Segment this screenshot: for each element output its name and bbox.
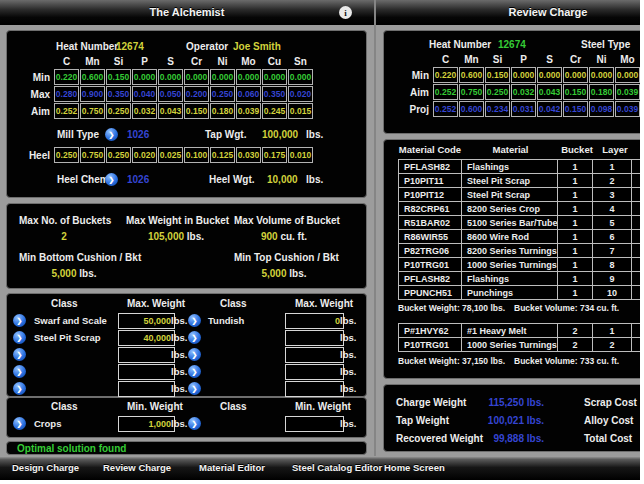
material-code-cell: P10TRG01 <box>398 337 462 352</box>
class-disclosure-button[interactable]: ❯ <box>188 417 201 430</box>
mill-type-value[interactable]: 1026 <box>127 129 149 140</box>
min-bottom-cushion-value[interactable]: 5,000 lbs. <box>19 268 129 279</box>
min-row-label: Min <box>7 72 50 83</box>
max-weight-input[interactable] <box>285 347 344 363</box>
min-top-cushion-value[interactable]: 5,000 lbs. <box>234 268 334 279</box>
heat-number-value[interactable]: 12674 <box>116 41 144 52</box>
layer-header: Layer <box>595 144 635 155</box>
layer-cell: 2 <box>592 337 632 352</box>
element-header: Mn <box>80 53 105 69</box>
units-label: lbs. <box>340 332 356 343</box>
heat-number-label: Heat Number <box>429 39 491 50</box>
material-row: P82TRG06 8200 Series Turnings 1 7 <box>398 243 640 258</box>
max-weight-input[interactable] <box>285 330 344 346</box>
element-header-row: CMnSiPSCrNiMoCuSn <box>7 53 314 69</box>
class-header: Class <box>51 401 78 412</box>
app-window: The Alchemist i Heat Number 12674 Operat… <box>0 0 644 484</box>
tab-design-charge[interactable]: Design Charge <box>12 456 79 480</box>
charge-weight-value: 115,250 lbs. <box>454 397 544 408</box>
min-bottom-cushion-label: Min Bottom Cushion / Bkt <box>19 252 129 263</box>
max-buckets-value[interactable]: 2 <box>19 231 109 242</box>
max-bucket-weight-label: Max Weight in Bucket <box>126 215 226 226</box>
tab-home-screen[interactable]: Home Screen <box>384 456 445 480</box>
aim-value-cell: 0.150 <box>184 103 209 119</box>
info-icon[interactable]: i <box>339 6 352 19</box>
material-code-cell: P#1HVY62 <box>398 323 462 338</box>
heel-weight-value[interactable]: 10,000 <box>267 174 298 185</box>
proj-value-cell: 0.234 <box>485 101 510 117</box>
min-class-right-rows: ❯ lbs. <box>7 416 366 433</box>
bucket-cell: 1 <box>557 187 593 202</box>
max-weight-header: Max. Weight <box>295 298 353 309</box>
material-row: P10PIT11 Steel Pit Scrap 1 2 <box>398 173 640 188</box>
class-name: Tundish <box>208 315 244 326</box>
clipped-cell <box>631 187 640 202</box>
alloy-cost-label: Alloy Cost <box>584 415 633 426</box>
material-row: P10TRG01 1000 Series Turnings 1 8 <box>398 257 640 272</box>
status-box: Optimal solution found <box>6 441 367 455</box>
min-value-cell: 0.150 <box>485 67 510 83</box>
tab-steel-catalog-editor[interactable]: Steel Catalog Editor <box>292 456 382 480</box>
max-row-label: Max <box>7 89 50 100</box>
class-constraint-row: ❯ lbs. <box>7 416 366 432</box>
max-weight-input[interactable] <box>285 381 344 397</box>
aim-value-cell: 0.250 <box>485 84 510 100</box>
layer-cell: 5 <box>592 215 632 230</box>
bucket2-table: P#1HVY62 #1 Heavy Melt 2 1 P10TRG01 1000… <box>398 323 640 352</box>
min-weight-input[interactable] <box>285 416 344 432</box>
min-value-cell: 0.000 <box>589 67 614 83</box>
aim-value-cell: 0.750 <box>459 84 484 100</box>
clipped-cell <box>631 337 640 352</box>
material-row: R82CRP61 8200 Series Crop 1 4 <box>398 201 640 216</box>
material-code-cell: P10TRG01 <box>398 257 462 272</box>
max-bucket-weight-value[interactable]: 105,000 lbs. <box>126 231 226 242</box>
heel-chem-disclosure-button[interactable]: ❯ <box>105 173 118 186</box>
class-disclosure-button[interactable]: ❯ <box>188 348 201 361</box>
tab-review-charge[interactable]: Review Charge <box>103 456 171 480</box>
material-header: Material <box>462 144 559 155</box>
heel-value-cell: 0.100 <box>184 147 209 163</box>
heel-chem-value[interactable]: 1026 <box>127 174 149 185</box>
class-disclosure-button[interactable]: ❯ <box>188 382 201 395</box>
bucket-cell: 1 <box>557 285 593 300</box>
material-name-cell: 8200 Series Turnings <box>461 243 558 258</box>
element-header: Si <box>106 53 131 69</box>
class-disclosure-button[interactable]: ❯ <box>188 365 201 378</box>
class-disclosure-button[interactable]: ❯ <box>188 314 201 327</box>
units-label: lbs. <box>340 366 356 377</box>
tab-material-editor[interactable]: Material Editor <box>199 456 265 480</box>
material-name-cell: 5100 Series Bar/Tube <box>461 215 558 230</box>
material-table-box: Material Code Material Bucket Layer PFLA… <box>383 139 640 379</box>
proj-value-cell: 0.031 <box>511 101 536 117</box>
max-value-cell: 0.900 <box>80 86 105 102</box>
min-value-cell: 0.000 <box>236 69 261 85</box>
pane-divider <box>374 0 376 480</box>
heel-value-cell: 0.010 <box>288 147 313 163</box>
mill-type-disclosure-button[interactable]: ❯ <box>105 128 118 141</box>
aim-value-cell: 0.043 <box>537 84 562 100</box>
min-row: Min 0.2200.6000.1500.0000.0000.0000.0000… <box>384 67 640 83</box>
proj-value-cell: 0.600 <box>459 101 484 117</box>
aim-value-cell: 0.015 <box>288 103 313 119</box>
aim-row-label: Aim <box>7 106 50 117</box>
heel-value-cell: 0.030 <box>236 147 261 163</box>
element-header: Cu <box>262 53 287 69</box>
units-label: lbs. <box>340 315 356 326</box>
layer-cell: 1 <box>592 323 632 338</box>
bucket-cell: 1 <box>557 243 593 258</box>
tap-weight-value[interactable]: 100,000 <box>262 129 298 140</box>
min-value-cell: 0.220 <box>433 67 458 83</box>
layer-cell: 4 <box>592 201 632 216</box>
class-constraint-row: ❯ lbs. <box>7 347 366 363</box>
operator-value[interactable]: Joe Smith <box>233 41 281 52</box>
class-disclosure-button[interactable]: ❯ <box>188 331 201 344</box>
max-weight-input[interactable]: 0 <box>285 313 344 329</box>
max-weight-input[interactable] <box>285 364 344 380</box>
max-bucket-volume-value[interactable]: 900 cu. ft. <box>234 231 334 242</box>
max-value-cell: 0.280 <box>54 86 79 102</box>
clipped-cell <box>631 159 640 174</box>
proj-value-cell: 0.039 <box>615 101 640 117</box>
mill-type-label: Mill Type <box>57 129 99 140</box>
material-code-cell: PPUNCH51 <box>398 285 462 300</box>
material-name-cell: 1000 Series Turnings <box>461 257 558 272</box>
